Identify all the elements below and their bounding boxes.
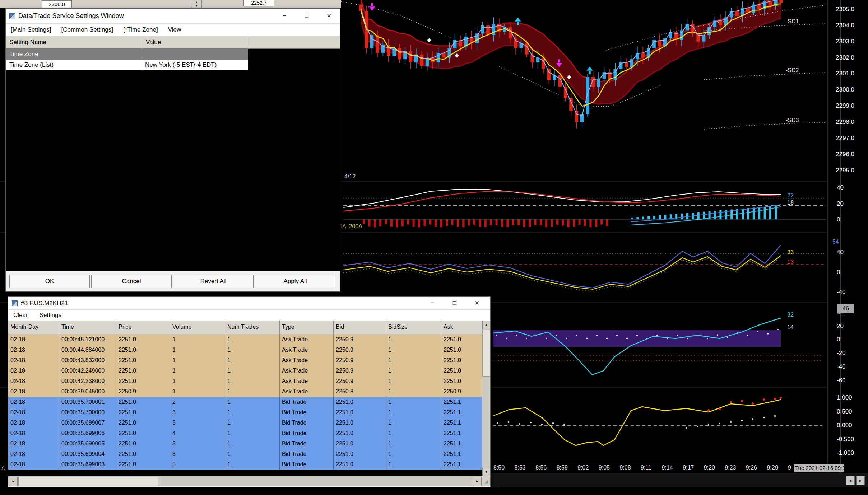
indicator-scale-label: 40 xyxy=(837,185,844,191)
column-header-price[interactable]: Price xyxy=(116,321,170,334)
price-scale-label: 2296.0 xyxy=(836,151,854,158)
vertical-scrollbar[interactable]: ▲ ▼ xyxy=(482,321,490,476)
scroll-right-button[interactable]: ► xyxy=(856,476,865,485)
table-row[interactable]: 02-1800:00:35.6990052251.031Bid Trade225… xyxy=(8,438,482,449)
time-axis-label: 9:20 xyxy=(704,464,715,471)
minimize-button[interactable]: − xyxy=(421,299,444,307)
settings-menu-item[interactable]: [Main Settings] xyxy=(11,26,51,33)
tns-menu-item[interactable]: Clear xyxy=(13,312,28,319)
table-cell: 1 xyxy=(386,459,441,470)
table-row[interactable]: 02-1800:00:42.2380002251.011Ask Trade225… xyxy=(8,376,482,386)
table-row[interactable]: 02-1800:00:35.7000002251.031Bid Trade225… xyxy=(8,407,482,417)
column-header-bidsize[interactable]: BidSize xyxy=(386,321,441,334)
scroll-right-button[interactable]: ► xyxy=(473,477,482,486)
indicator-value-label: -SD2 xyxy=(786,67,799,73)
settings-menu-item[interactable]: [Common Settings] xyxy=(61,26,113,33)
table-row[interactable]: 02-1800:00:35.6990042251.031Bid Trade225… xyxy=(8,449,482,459)
time-axis-label: 9:26 xyxy=(746,464,757,471)
table-cell: 00:00:45.121000 xyxy=(59,334,116,345)
horizontal-scrollbar[interactable]: ◄ ► xyxy=(8,476,482,486)
close-button[interactable]: ✕ xyxy=(318,12,340,20)
table-cell: 02-18 xyxy=(8,428,59,438)
ok-button[interactable]: OK xyxy=(9,275,90,288)
minimize-button[interactable]: − xyxy=(273,12,296,20)
price-value-box: 2306.0 xyxy=(42,0,72,8)
table-cell: Ask Trade xyxy=(280,345,334,355)
tns-menu-item[interactable]: Settings xyxy=(40,312,61,319)
settings-row[interactable]: Time Zone xyxy=(6,49,340,60)
table-row[interactable]: 02-1800:00:35.6990072251.051Bid Trade225… xyxy=(8,417,482,428)
settings-row[interactable]: Time Zone (List)New York (-5 EST/-4 EDT) xyxy=(6,60,340,70)
column-header-value[interactable]: Value xyxy=(142,36,248,48)
table-cell: 1 xyxy=(225,438,280,449)
column-header-type[interactable]: Type xyxy=(280,321,334,334)
close-button[interactable]: ✕ xyxy=(466,299,488,307)
column-header-setting-name[interactable]: Setting Name xyxy=(6,36,142,48)
horizontal-scroll-thumb[interactable] xyxy=(18,477,158,486)
settings-table-header: Setting Name Value xyxy=(6,36,340,49)
table-cell: 1 xyxy=(225,376,280,386)
column-header-ask[interactable]: Ask xyxy=(441,321,481,334)
spinner-down-icon[interactable]: ▼ xyxy=(191,4,202,8)
table-row[interactable]: 02-1800:00:43.8320002251.011Ask Trade225… xyxy=(8,355,482,365)
price-scale-label: 2298.0 xyxy=(836,119,854,125)
table-cell: 5 xyxy=(170,459,225,470)
table-cell: 2251.1 xyxy=(441,417,481,428)
time-axis-label: 9:02 xyxy=(577,464,589,471)
scroll-left-button[interactable]: ◄ xyxy=(846,476,855,485)
settings-menu-item[interactable]: View xyxy=(168,26,181,33)
setting-row-filler xyxy=(248,49,340,60)
table-cell: 1 xyxy=(386,376,441,386)
spinner-up-icon[interactable]: ▲ xyxy=(191,0,202,4)
indicator-scale-label: 1.000 xyxy=(837,394,852,401)
tns-empty-area xyxy=(8,470,482,476)
time-axis-label: 9:29 xyxy=(767,464,778,471)
column-header-volume[interactable]: Volume xyxy=(170,321,225,334)
table-cell: 1 xyxy=(386,417,441,428)
table-cell: 00:00:35.699007 xyxy=(59,417,116,428)
tns-titlebar[interactable]: #8 F.US.M2KH21 − □ ✕ xyxy=(8,297,490,310)
maximize-button[interactable]: □ xyxy=(296,12,318,20)
apply-all-button[interactable]: Apply All xyxy=(255,275,335,288)
resize-grip[interactable]: ◢ xyxy=(482,476,490,486)
table-row[interactable]: 02-1800:00:39.0450002250.911Ask Trade225… xyxy=(8,386,482,397)
table-row[interactable]: 02-1800:00:35.6990062251.041Bid Trade225… xyxy=(8,428,482,438)
table-row[interactable]: 02-1800:00:44.8840002251.011Ask Trade225… xyxy=(8,345,482,355)
chart-scrollbar[interactable]: ◄ ► xyxy=(491,473,868,487)
time-axis-label: 8:53 xyxy=(515,464,526,471)
cancel-button[interactable]: Cancel xyxy=(91,275,172,288)
scroll-left-button[interactable]: ◄ xyxy=(9,477,18,486)
revert-all-button[interactable]: Revert All xyxy=(173,275,254,288)
scroll-up-button[interactable]: ▲ xyxy=(482,321,490,329)
indicator-scale-label: 0.000 xyxy=(837,422,852,429)
spinner-control[interactable]: ▲ ▼ xyxy=(191,0,202,8)
price-scale-label: 2297.0 xyxy=(836,135,854,141)
scroll-down-button[interactable]: ▼ xyxy=(482,468,490,476)
table-cell: 02-18 xyxy=(8,459,59,470)
table-row[interactable]: 02-1800:00:45.1210002251.011Ask Trade225… xyxy=(8,334,482,345)
column-header-time[interactable]: Time xyxy=(59,321,116,334)
table-row[interactable]: 02-1800:00:35.7000012251.021Bid Trade225… xyxy=(8,397,482,407)
column-header-month-day[interactable]: Month-Day xyxy=(8,321,59,334)
table-row[interactable]: 02-1800:00:35.6990032251.051Bid Trade225… xyxy=(8,459,482,470)
table-cell: 1 xyxy=(386,334,441,345)
table-cell: 2251.1 xyxy=(441,407,481,417)
vertical-scroll-thumb[interactable] xyxy=(482,330,490,377)
indicator-scale-label: 0.500 xyxy=(837,408,852,415)
time-axis-label: 8:59 xyxy=(557,464,568,471)
settings-titlebar[interactable]: Data/Trade Service Settings Window − □ ✕ xyxy=(6,9,340,24)
table-cell: 2251.0 xyxy=(441,334,481,345)
indicator-scale-label: 0 xyxy=(837,216,840,223)
table-cell: 2251.0 xyxy=(334,417,386,428)
column-header-num-trades[interactable]: Num Trades xyxy=(225,321,280,334)
table-row[interactable]: 02-1800:00:42.2490002251.011Ask Trade225… xyxy=(8,365,482,376)
maximize-button[interactable]: □ xyxy=(444,299,466,307)
settings-menu-item[interactable]: [*Time Zone] xyxy=(123,26,158,33)
table-cell: 2251.0 xyxy=(116,438,170,449)
toolbar-fragment: 2306.0 ▲ ▼ 2252.7 xyxy=(0,0,341,8)
indicator-value-label: 33 xyxy=(787,249,794,255)
table-cell: 00:00:43.832000 xyxy=(59,355,116,365)
indicator-value-label: 13 xyxy=(787,259,794,265)
column-header-bid[interactable]: Bid xyxy=(334,321,386,334)
table-cell: 2250.9 xyxy=(334,376,386,386)
